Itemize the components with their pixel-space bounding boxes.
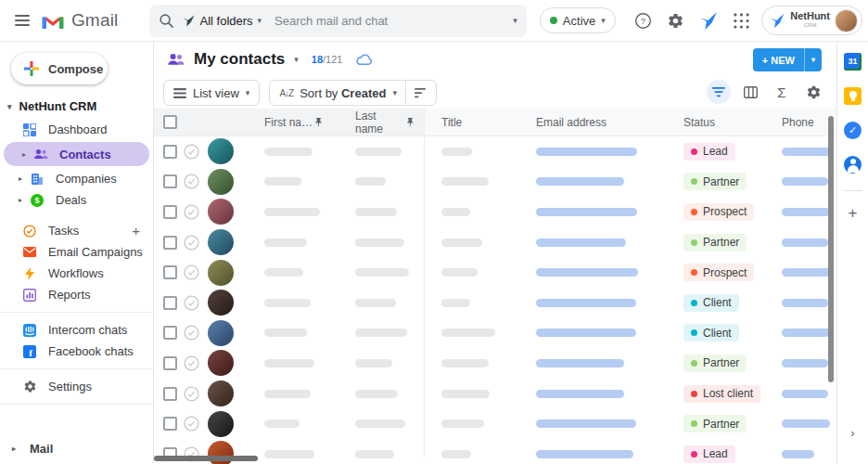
view-switcher-chevron-icon[interactable]: ▾ — [294, 55, 299, 64]
column-header-title[interactable]: Title — [424, 116, 536, 129]
row-checkbox[interactable] — [163, 174, 177, 188]
collapse-panel-chevron-icon[interactable]: › — [850, 426, 854, 440]
expand-arrow-icon[interactable]: ▸ — [13, 196, 28, 204]
sidebar-item-workflows[interactable]: Workflows — [0, 263, 153, 284]
select-record-check-icon[interactable] — [184, 355, 199, 371]
sidebar-item-mail[interactable]: ▸ Mail — [0, 436, 153, 460]
row-checkbox[interactable] — [163, 205, 177, 219]
row-checkbox[interactable] — [163, 145, 177, 159]
row-checkbox[interactable] — [163, 356, 177, 370]
select-record-check-icon[interactable] — [184, 204, 199, 220]
keep-icon[interactable] — [843, 85, 863, 106]
expand-arrow-icon[interactable]: ▸ — [13, 174, 28, 183]
sidebar-item-reports[interactable]: Reports — [0, 284, 153, 305]
contact-avatar[interactable] — [208, 350, 234, 376]
contact-avatar[interactable] — [208, 169, 234, 195]
new-record-button[interactable]: + NEW ▾ — [753, 48, 822, 71]
pin-icon[interactable] — [405, 116, 415, 128]
select-record-check-icon[interactable] — [184, 235, 199, 251]
status-badge[interactable]: Client — [683, 294, 739, 312]
sidebar-item-dashboard[interactable]: Dashboard — [0, 119, 153, 140]
row-checkbox[interactable] — [163, 236, 177, 250]
sidebar-item-email-campaigns[interactable]: Email Campaigns — [0, 241, 153, 263]
table-row[interactable]: Partner — [154, 348, 836, 379]
select-record-check-icon[interactable] — [184, 416, 199, 432]
chevron-down-icon[interactable]: ▾ — [805, 56, 822, 64]
contact-avatar[interactable] — [208, 290, 234, 316]
table-settings-button[interactable] — [801, 80, 825, 104]
sidebar-item-settings[interactable]: Settings — [0, 376, 153, 397]
contact-avatar[interactable] — [208, 411, 234, 437]
sort-control[interactable]: A↓Z Sort by Created ▾ — [269, 80, 437, 106]
horizontal-scrollbar[interactable] — [154, 456, 258, 461]
table-row[interactable]: Partner — [154, 167, 836, 198]
status-badge[interactable]: Prospect — [683, 264, 754, 281]
table-row[interactable]: Prospect — [154, 197, 836, 227]
sidebar-item-deals[interactable]: ▸ $ Deals — [0, 189, 153, 211]
contact-avatar[interactable] — [208, 320, 234, 346]
contact-avatar[interactable] — [208, 199, 234, 225]
search-bar[interactable]: All folders ▾ ▾ — [149, 5, 527, 37]
aggregate-sigma-button[interactable]: Σ — [770, 80, 794, 104]
pin-icon[interactable] — [313, 116, 324, 128]
sidebar-item-tasks[interactable]: Tasks + — [0, 220, 153, 241]
status-badge[interactable]: Partner — [683, 234, 747, 251]
contact-avatar[interactable] — [208, 260, 234, 286]
calendar-icon[interactable]: 31 — [843, 51, 863, 71]
status-badge[interactable]: Partner — [683, 354, 747, 372]
sync-cloud-icon[interactable] — [355, 53, 374, 67]
help-button[interactable]: ? — [629, 5, 657, 36]
column-header-status[interactable]: Status — [683, 116, 782, 129]
sidebar-item-intercom-chats[interactable]: Intercom chats — [0, 319, 153, 341]
search-icon[interactable] — [159, 13, 174, 29]
table-row[interactable]: Client — [154, 288, 836, 318]
sidebar-section-nethunt-crm[interactable]: ▾ NetHunt CRM — [0, 94, 153, 119]
select-record-check-icon[interactable] — [184, 386, 199, 402]
sidebar-item-chat[interactable]: ▸ Chat + — [0, 460, 153, 464]
status-badge[interactable]: Lost client — [683, 385, 760, 403]
sidebar-item-contacts[interactable]: ▸ Contacts — [4, 142, 149, 166]
expand-arrow-icon[interactable]: ▸ — [17, 150, 32, 159]
status-badge[interactable]: Lead — [683, 445, 735, 463]
status-badge[interactable]: Prospect — [683, 203, 754, 221]
row-checkbox[interactable] — [163, 417, 177, 431]
view-selector-button[interactable]: List view ▾ — [163, 80, 260, 106]
select-record-check-icon[interactable] — [184, 264, 199, 280]
status-badge[interactable]: Client — [683, 324, 739, 342]
google-apps-grid-button[interactable] — [727, 5, 756, 36]
table-row[interactable]: Lost client — [154, 379, 836, 409]
row-checkbox[interactable] — [163, 387, 177, 401]
select-record-check-icon[interactable] — [184, 174, 199, 189]
sidebar-item-companies[interactable]: ▸ Companies — [0, 168, 153, 189]
column-header-first-name[interactable]: First na… — [241, 116, 332, 129]
expand-arrow-icon[interactable]: ▸ — [7, 445, 20, 453]
column-header-email[interactable]: Email address — [536, 116, 683, 129]
table-row[interactable]: Client — [154, 318, 836, 349]
contact-avatar[interactable] — [208, 229, 234, 255]
columns-button[interactable] — [738, 80, 762, 104]
sidebar-item-facebook-chats[interactable]: f Facebook chats — [0, 341, 153, 362]
main-menu-icon[interactable] — [6, 2, 40, 39]
availability-status-dropdown[interactable]: Active ▾ — [540, 7, 616, 33]
status-badge[interactable]: Partner — [683, 173, 747, 190]
search-options-chevron-icon[interactable]: ▾ — [513, 16, 517, 25]
add-task-button[interactable]: + — [132, 223, 140, 238]
nethunt-app-button[interactable] — [695, 5, 723, 36]
user-avatar[interactable] — [835, 9, 858, 32]
table-row[interactable]: Lead — [154, 136, 836, 167]
get-addons-button[interactable]: + — [849, 204, 858, 223]
google-contacts-icon[interactable] — [843, 154, 863, 174]
status-badge[interactable]: Partner — [683, 415, 747, 432]
column-header-last-name[interactable]: Last name — [332, 110, 424, 135]
table-row[interactable]: Partner — [154, 408, 836, 439]
select-all-checkbox[interactable] — [163, 115, 177, 129]
select-record-check-icon[interactable] — [184, 295, 199, 311]
select-record-check-icon[interactable] — [184, 144, 199, 160]
contact-avatar[interactable] — [208, 138, 234, 164]
filter-button[interactable] — [707, 80, 731, 104]
google-tasks-icon[interactable]: ✓ — [843, 120, 863, 140]
row-checkbox[interactable] — [163, 265, 177, 279]
contact-avatar[interactable] — [208, 380, 234, 406]
row-checkbox[interactable] — [163, 326, 177, 340]
settings-gear-button[interactable] — [661, 5, 690, 36]
